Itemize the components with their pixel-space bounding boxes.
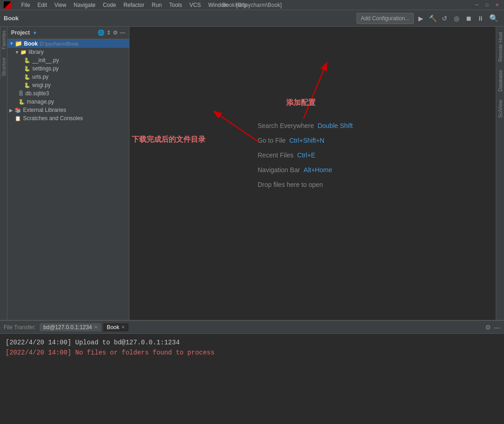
project-sidebar: Project ▼ 🌐 ⇕ ⚙ — ▼ 📁 Book D:\pycharm\Bo… (7, 27, 129, 320)
terminal-line-2-text: [2022/4/20 14:00] No files or folders fo… (6, 349, 215, 356)
left-tabs: Favorites Structure (0, 27, 7, 320)
pause-button[interactable]: ⏸ (475, 13, 486, 23)
stop-button[interactable]: ⏹ (463, 13, 474, 23)
nav-bar-label: Navigation Bar (258, 166, 300, 174)
tab-remote-label: bd@127.0.0.1:1234 (43, 324, 92, 331)
tree-item-db[interactable]: 🗄 db.sqlite3 (7, 89, 129, 98)
minimize-button[interactable]: ─ (474, 2, 480, 8)
nav-bar-shortcut: Alt+Home (304, 166, 332, 174)
tree-label-settings: settings.py (32, 65, 59, 72)
tab-remote-close[interactable]: ✕ (94, 325, 98, 330)
refactor-menu[interactable]: Refactor (121, 1, 147, 9)
code-menu[interactable]: Code (100, 1, 119, 9)
tab-book-close[interactable]: ✕ (121, 325, 125, 330)
sidebar-dropdown-icon[interactable]: ▼ (33, 30, 37, 35)
tree-item-urls[interactable]: 🐍 urls.py (7, 73, 129, 81)
hint-search-everywhere: Search Everywhere Double Shift (258, 122, 352, 129)
search-everywhere-label: Search Everywhere (258, 122, 314, 129)
tree-label-manage: manage.py (27, 99, 54, 105)
tree-label-init: __init__.py (32, 57, 59, 64)
tree-item-book[interactable]: ▼ 📁 Book D:\pycharm\Book (7, 39, 129, 48)
sidebar-header-icons: 🌐 ⇕ ⚙ — (98, 29, 125, 36)
hint-goto-file: Go to File Ctrl+Shift+N (258, 137, 352, 144)
sidebar-settings-icon[interactable]: ⚙ (113, 29, 118, 36)
window-title: Book [D:\pycharm\Book] (222, 2, 281, 8)
search-everywhere-button[interactable]: 🔍 (487, 12, 500, 25)
goto-file-shortcut: Ctrl+Shift+N (289, 137, 324, 144)
title-bar: File Edit View Navigate Code Refactor Ru… (0, 0, 504, 10)
tree-item-settings[interactable]: 🐍 settings.py (7, 64, 129, 73)
hint-drop-files: Drop files here to open (258, 181, 352, 188)
vcs-menu[interactable]: VCS (187, 1, 204, 9)
build-button[interactable]: 🔨 (428, 13, 438, 23)
sidebar-scroll-icon[interactable]: ⇕ (106, 29, 111, 36)
title-bar-left: File Edit View Navigate Code Refactor Ru… (4, 1, 249, 9)
bottom-tab-icons: ⚙ — (485, 324, 500, 331)
settings-icon[interactable]: ⚙ (485, 324, 491, 331)
app-logo (4, 1, 11, 9)
tree-item-library[interactable]: ▼ 📁 library (7, 48, 129, 56)
tree-label-book: Book (24, 41, 38, 47)
add-configuration-button[interactable]: Add Configuration... (357, 13, 414, 24)
tree-label-db: db.sqlite3 (25, 90, 49, 97)
tree-item-scratches[interactable]: 📋 Scratches and Consoles (7, 114, 129, 122)
recent-files-label: Recent Files (258, 151, 293, 159)
terminal-line-2: [2022/4/20 14:00] No files or folders fo… (6, 348, 498, 358)
tree-label-ext-libs: External Libraries (23, 107, 66, 113)
tree-path-book: D:\pycharm\Book (40, 41, 78, 46)
tree-item-ext-libs[interactable]: ▶ 📚 External Libraries (7, 106, 129, 114)
sciview-tab[interactable]: SciView (497, 96, 504, 122)
app-title: Book (4, 15, 19, 22)
tree-item-wsgi[interactable]: 🐍 wsgi.py (7, 81, 129, 89)
navigate-menu[interactable]: Navigate (71, 1, 98, 9)
run-menu[interactable]: Run (149, 1, 164, 9)
tree-item-manage[interactable]: 🐍 manage.py (7, 98, 129, 106)
right-panel: Remote Host Database SciView (496, 27, 504, 320)
annotation-label-add-config: 添加配置 (286, 98, 316, 108)
sidebar-collapse-icon[interactable]: — (120, 29, 125, 36)
main-content: Favorites Structure Project ▼ 🌐 ⇕ ⚙ — ▼ … (0, 27, 504, 320)
tree-label-urls: urls.py (32, 74, 48, 80)
rerun-button[interactable]: ↺ (440, 13, 450, 23)
coverage-button[interactable]: ◎ (451, 13, 462, 23)
minimize-panel-icon[interactable]: — (494, 324, 500, 331)
search-everywhere-shortcut: Double Shift (317, 122, 352, 129)
hint-recent-files: Recent Files Ctrl+E (258, 151, 352, 159)
sidebar-title: Project (11, 29, 30, 36)
editor-area: Search Everywhere Double Shift Go to Fil… (129, 27, 496, 320)
remote-host-tab[interactable]: Remote Host (497, 29, 504, 65)
tab-remote[interactable]: bd@127.0.0.1:1234 ✕ (40, 323, 101, 331)
tree-label-wsgi: wsgi.py (32, 82, 51, 88)
tab-book-label: Book (107, 324, 119, 331)
structure-tab[interactable]: Structure (0, 54, 7, 80)
run-button[interactable]: ▶ (416, 13, 426, 23)
drop-files-label: Drop files here to open (258, 181, 323, 188)
bottom-section: File Transfer: bd@127.0.0.1:1234 ✕ Book … (0, 320, 504, 403)
tree-item-init[interactable]: 🐍 __init__.py (7, 56, 129, 64)
terminal-output: [2022/4/20 14:00] Upload to bd@127.0.0.1… (0, 334, 504, 362)
annotation-label-file-dir: 下载完成后的文件目录 (132, 135, 205, 145)
title-bar-menu: File Edit View Navigate Code Refactor Ru… (18, 1, 249, 9)
view-menu[interactable]: View (52, 1, 69, 9)
bottom-tabs: File Transfer: bd@127.0.0.1:1234 ✕ Book … (0, 321, 504, 334)
terminal-line-1-text: [2022/4/20 14:00] Upload to bd@127.0.0.1… (6, 339, 180, 346)
close-button[interactable]: ✕ (494, 2, 500, 8)
maximize-button[interactable]: □ (484, 2, 490, 8)
tab-book[interactable]: Book ✕ (103, 323, 129, 331)
file-transfer-label: File Transfer: (4, 324, 36, 331)
tree-label-library: library (29, 49, 44, 55)
terminal-line-1: [2022/4/20 14:00] Upload to bd@127.0.0.1… (6, 337, 498, 348)
sidebar-globe-icon[interactable]: 🌐 (98, 29, 105, 36)
file-menu[interactable]: File (18, 1, 33, 9)
goto-file-label: Go to File (258, 137, 286, 144)
toolbar: Book Add Configuration... ▶ 🔨 ↺ ◎ ⏹ ⏸ 🔍 (0, 10, 504, 27)
edit-menu[interactable]: Edit (35, 1, 50, 9)
tools-menu[interactable]: Tools (166, 1, 185, 9)
hint-nav-bar: Navigation Bar Alt+Home (258, 166, 352, 174)
tree-label-scratches: Scratches and Consoles (23, 115, 83, 122)
favorites-tab[interactable]: Favorites (0, 27, 7, 53)
recent-files-shortcut: Ctrl+E (297, 151, 315, 159)
database-tab[interactable]: Database (497, 66, 504, 95)
window-controls: ─ □ ✕ (474, 2, 500, 8)
hints-area: Search Everywhere Double Shift Go to Fil… (258, 122, 352, 196)
